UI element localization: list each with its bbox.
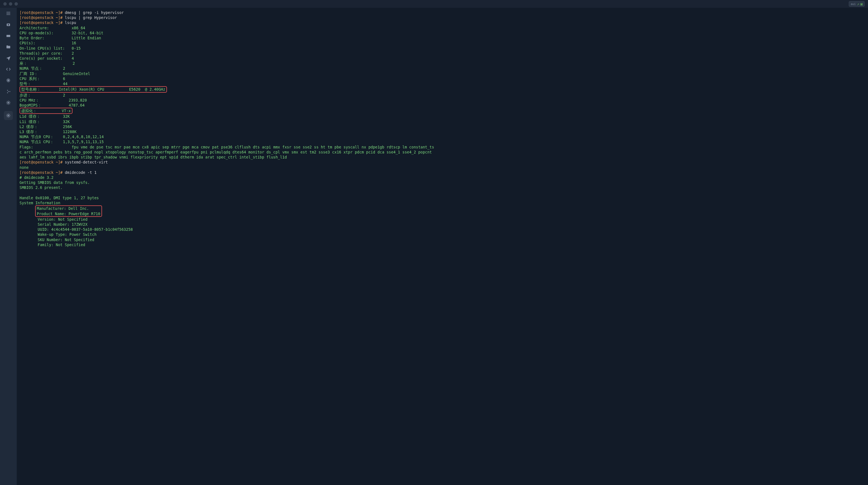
titlebar: aui ↗ ▣ bbox=[0, 0, 868, 8]
folder-icon[interactable] bbox=[6, 44, 11, 50]
output-line: Wake-up Type: Power Switch bbox=[20, 232, 865, 237]
titlebar-badge[interactable]: aui ↗ ▣ bbox=[849, 1, 865, 7]
camera-icon[interactable] bbox=[6, 22, 11, 27]
command: lscpu bbox=[65, 20, 76, 25]
svg-point-9 bbox=[7, 90, 8, 91]
code-icon[interactable] bbox=[6, 66, 11, 72]
share-icon[interactable]: ↗ bbox=[857, 2, 859, 6]
output-line: Core(s) per socket: 4 bbox=[20, 56, 865, 61]
output-line: 厂商 ID： GenuineIntel bbox=[20, 71, 865, 76]
gear-icon-3[interactable] bbox=[4, 111, 13, 120]
prompt: [root@openstack ~]# bbox=[20, 170, 65, 175]
output-line: SKU Number: Not Specified bbox=[20, 237, 865, 242]
output-line: UUID: 4c4c4544-0037-5a10-8057-b1c04f5632… bbox=[20, 227, 865, 232]
gear-icon-2[interactable] bbox=[6, 100, 11, 106]
minimize-button[interactable] bbox=[9, 2, 12, 6]
svg-point-7 bbox=[8, 91, 9, 92]
output-line: Architecture: x86_64 bbox=[20, 25, 865, 30]
titlebar-right: aui ↗ ▣ bbox=[849, 1, 865, 7]
sidebar bbox=[0, 8, 17, 485]
command: systemd-detect-virt bbox=[65, 160, 108, 164]
traffic-lights bbox=[3, 2, 18, 6]
badge-text: aui bbox=[851, 2, 856, 6]
output-line: On-line CPU(s) list: 0-15 bbox=[20, 46, 865, 51]
command: dmidecode -t 1 bbox=[65, 170, 97, 175]
keyboard-icon[interactable] bbox=[6, 33, 11, 38]
output-line: CPU 系列： 6 bbox=[20, 76, 865, 81]
split-icon[interactable]: ▣ bbox=[861, 2, 863, 6]
ubuntu-icon[interactable] bbox=[6, 89, 11, 94]
output-line: aes lahf_lm ssbd ibrs ibpb stibp tpr_sha… bbox=[20, 154, 865, 160]
output-line: NUMA 节点1 CPU： 1,3,5,7,9,11,13,15 bbox=[20, 139, 865, 144]
output-line: c arch_perfmon pebs bts rep_good nopl xt… bbox=[20, 149, 865, 154]
prompt: [root@openstack ~]# bbox=[20, 16, 65, 20]
output-line: System Information bbox=[20, 200, 865, 205]
output-line: NUMA 节点： 2 bbox=[20, 66, 865, 71]
output-line: L2 缓存： 256K bbox=[20, 124, 865, 129]
output-line: Byte Order: Little Endian bbox=[20, 35, 865, 40]
dmi-mfr: Manufacturer: Dell Inc. bbox=[37, 206, 100, 211]
output-line: Serial Number: 17ZWV2X bbox=[20, 222, 865, 227]
gear-icon-1[interactable] bbox=[6, 78, 11, 83]
prompt: [root@openstack ~]# bbox=[20, 20, 65, 25]
output-line: Getting SMBIOS data from sysfs. bbox=[20, 180, 865, 185]
svg-rect-5 bbox=[6, 35, 10, 37]
output-line: CPU op-mode(s): 32-bit, 64-bit bbox=[20, 30, 865, 35]
output-line: L3 缓存： 12288K bbox=[20, 129, 865, 134]
terminal-window: aui ↗ ▣ bbox=[0, 0, 868, 485]
output-line: Family: Not Specified bbox=[20, 242, 865, 247]
output-line: CPU(s): 16 bbox=[20, 40, 865, 46]
output-line: Handle 0x0100, DMI type 1, 27 bytes bbox=[20, 195, 865, 200]
svg-point-4 bbox=[8, 24, 9, 26]
output-line: # dmidecode 3.2 bbox=[20, 175, 865, 180]
output-line: SMBIOS 2.6 present. bbox=[20, 185, 865, 190]
command: lscpu | grep Hypervisor bbox=[65, 16, 117, 20]
output-line: 座： 2 bbox=[20, 61, 865, 66]
output-line: CPU MHz： 2393.820 bbox=[20, 98, 865, 103]
terminal-output[interactable]: [root@openstack ~]# dmesg | grep -i hype… bbox=[17, 8, 868, 485]
output-line bbox=[20, 190, 865, 195]
output-line: 步进： 2 bbox=[20, 93, 865, 98]
output-line: none bbox=[20, 165, 865, 170]
maximize-button[interactable] bbox=[14, 2, 18, 6]
output-line: L1d 缓存： 32K bbox=[20, 114, 865, 119]
output-line: Thread(s) per core: 2 bbox=[20, 51, 865, 56]
prompt: [root@openstack ~]# bbox=[20, 10, 65, 15]
output-line: Flags: fpu vme de pse tsc msr pae mce cx… bbox=[20, 145, 865, 149]
svg-point-10 bbox=[7, 92, 8, 93]
highlighted-virt: 虚拟化： VT-x bbox=[20, 108, 72, 114]
main-area: [root@openstack ~]# dmesg | grep -i hype… bbox=[0, 8, 868, 485]
output-line: NUMA 节点0 CPU： 0,2,4,6,8,10,12,14 bbox=[20, 134, 865, 139]
output-line: BogoMIPS： 4787.64 bbox=[20, 103, 865, 108]
dmi-prod: Product Name: PowerEdge R710 bbox=[37, 211, 100, 216]
output-line: L1i 缓存： 32K bbox=[20, 119, 865, 124]
highlighted-modelname: 型号名称： Intel(R) Xeon(R) CPU E5620 @ 2.40G… bbox=[20, 86, 167, 92]
menu-icon[interactable] bbox=[6, 10, 11, 16]
highlighted-dmi: Manufacturer: Dell Inc. Product Name: Po… bbox=[35, 205, 102, 217]
send-icon[interactable] bbox=[6, 55, 11, 61]
output-line: Version: Not Specified bbox=[20, 217, 865, 222]
prompt: [root@openstack ~]# bbox=[20, 160, 65, 164]
command: dmesg | grep -i hypervisor bbox=[65, 10, 124, 15]
close-button[interactable] bbox=[3, 2, 7, 6]
svg-point-8 bbox=[9, 91, 10, 92]
output-line: 型号： 44 bbox=[20, 81, 865, 86]
